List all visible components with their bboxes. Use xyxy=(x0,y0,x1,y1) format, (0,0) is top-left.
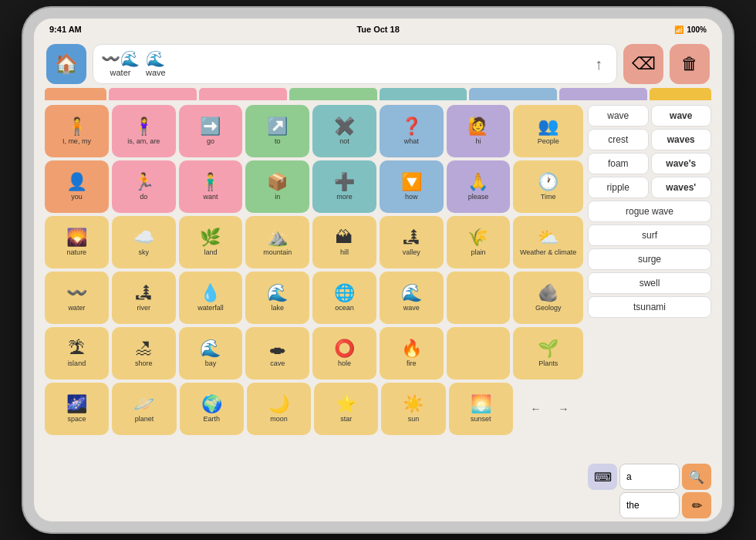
wave-label: wave xyxy=(146,68,166,77)
tab-green[interactable] xyxy=(289,88,377,100)
cell-hill[interactable]: 🏔 hill xyxy=(312,216,376,268)
sentence-word-water[interactable]: 〰️🌊 water xyxy=(101,51,140,77)
tab-yellow[interactable] xyxy=(650,88,711,100)
status-right: 📶 100% xyxy=(674,25,707,34)
nav-area: ← → xyxy=(516,383,583,435)
cell-hole[interactable]: ⭕ hole xyxy=(312,327,376,380)
cell-space[interactable]: 🌌 space xyxy=(45,383,109,435)
wave-grid-icon: 🌊 xyxy=(401,283,422,303)
cell-in[interactable]: 📦 in xyxy=(245,160,309,213)
cell-sunset[interactable]: 🌅 sunset xyxy=(449,383,513,435)
input-field-a[interactable]: a xyxy=(619,464,680,490)
cell-star[interactable]: ⭐ star xyxy=(314,383,378,435)
tab-blue[interactable] xyxy=(469,88,557,100)
cell-how[interactable]: 🔽 how xyxy=(380,160,444,213)
cell-river[interactable]: 🏞 river xyxy=(112,272,176,324)
share-button[interactable]: ↑ xyxy=(589,52,609,76)
backspace-button[interactable]: ⌫ xyxy=(623,44,663,84)
i-me-my-icon: 🧍 xyxy=(66,116,87,137)
cell-i-me-my[interactable]: 🧍 I, me, my xyxy=(45,105,109,157)
cell-geology[interactable]: 🪨 Geology xyxy=(513,272,583,324)
word-btn-waves[interactable]: waves xyxy=(651,129,712,150)
cell-water[interactable]: 〰️ water xyxy=(45,272,109,324)
home-icon: 🏠 xyxy=(55,53,78,75)
cell-go[interactable]: ➡️ go xyxy=(179,105,243,157)
cell-do[interactable]: 🏃 do xyxy=(112,160,176,213)
not-icon: ✖️ xyxy=(334,116,355,137)
cell-hi[interactable]: 🙋 hi xyxy=(447,105,511,157)
cell-not[interactable]: ✖️ not xyxy=(312,105,376,157)
word-btn-tsunami[interactable]: tsunami xyxy=(588,296,711,318)
edit-button[interactable]: ✏ xyxy=(682,492,711,518)
cave-icon: 🕳 xyxy=(269,339,286,359)
word-btn-foam[interactable]: foam xyxy=(588,153,649,174)
cell-people[interactable]: 👥 People xyxy=(513,105,583,157)
cell-nature[interactable]: 🌄 nature xyxy=(45,216,109,268)
word-btn-waves-apos[interactable]: wave's xyxy=(651,153,712,174)
cell-fire[interactable]: 🔥 fire xyxy=(380,327,444,380)
word-btn-waves-apos2[interactable]: waves' xyxy=(651,177,712,198)
cell-sun[interactable]: ☀️ sun xyxy=(381,383,445,435)
tab-pink[interactable] xyxy=(109,88,197,100)
cell-ocean[interactable]: 🌐 ocean xyxy=(312,272,376,324)
cell-moon[interactable]: 🌙 moon xyxy=(247,383,311,435)
cell-mountain[interactable]: ⛰️ mountain xyxy=(245,216,309,268)
tab-orange[interactable] xyxy=(45,88,106,100)
home-button[interactable]: 🏠 xyxy=(46,44,86,84)
tab-purple[interactable] xyxy=(559,88,647,100)
cell-island[interactable]: 🏝 island xyxy=(45,327,109,380)
word-btn-surge[interactable]: surge xyxy=(588,248,711,270)
cell-plain[interactable]: 🌾 plain xyxy=(447,216,511,268)
cell-sky[interactable]: ☁️ sky xyxy=(112,216,176,268)
lake-icon: 🌊 xyxy=(267,283,288,303)
moon-icon: 🌙 xyxy=(268,394,289,414)
cell-waterfall[interactable]: 💧 waterfall xyxy=(179,272,243,324)
word-btn-crest[interactable]: crest xyxy=(588,129,649,150)
nav-right-arrow[interactable]: → xyxy=(552,398,574,420)
cell-want[interactable]: 🧍‍♂️ want xyxy=(179,160,243,213)
tab-pink2[interactable] xyxy=(199,88,287,100)
cell-plants[interactable]: 🌱 Plants xyxy=(513,327,583,380)
grid-row-2: 👤 you 🏃 do 🧍‍♂️ want 📦 in xyxy=(45,160,583,213)
word-btn-rogue-wave[interactable]: rogue wave xyxy=(588,201,711,222)
cell-weather[interactable]: ⛅ Weather & climate xyxy=(513,216,583,268)
grid-row-6: 🌌 space 🪐 planet 🌍 Earth 🌙 moon xyxy=(45,383,583,435)
cell-lake[interactable]: 🌊 lake xyxy=(245,272,309,324)
delete-button[interactable]: 🗑 xyxy=(670,44,710,84)
word-btn-surf[interactable]: surf xyxy=(588,224,711,246)
cell-shore[interactable]: 🏖 shore xyxy=(112,327,176,380)
sentence-word-wave[interactable]: 🌊 wave xyxy=(146,51,166,77)
go-icon: ➡️ xyxy=(200,116,221,137)
sunset-icon: 🌅 xyxy=(471,394,491,414)
cell-time[interactable]: 🕐 Time xyxy=(513,160,583,213)
cell-is-am-are[interactable]: 🧍‍♀️ is, am, are xyxy=(112,105,176,157)
cell-bay[interactable]: 🌊 bay xyxy=(179,327,243,380)
search-button[interactable]: 🔍 xyxy=(682,464,711,490)
word-btn-ripple[interactable]: ripple xyxy=(588,177,649,198)
word-btn-wave2[interactable]: wave xyxy=(651,105,712,127)
cell-what[interactable]: ❓ what xyxy=(380,105,444,157)
people-icon: 👥 xyxy=(538,116,559,137)
cell-empty2 xyxy=(447,327,511,380)
cell-wave-grid[interactable]: 🌊 wave xyxy=(380,272,444,324)
nav-left-arrow[interactable]: ← xyxy=(525,398,546,420)
word-btn-swell[interactable]: swell xyxy=(588,272,711,294)
cell-cave[interactable]: 🕳 cave xyxy=(245,327,309,380)
grid-row-3: 🌄 nature ☁️ sky 🌿 land ⛰️ mountain xyxy=(45,216,583,268)
cell-land[interactable]: 🌿 land xyxy=(179,216,243,268)
cell-to[interactable]: ↗️ to xyxy=(245,105,309,157)
time-icon: 🕐 xyxy=(538,172,559,192)
tab-teal[interactable] xyxy=(380,88,467,100)
toolbar: 🏠 〰️🌊 water 🌊 wave ↑ ⌫ 🗑 xyxy=(34,40,722,88)
cell-you[interactable]: 👤 you xyxy=(45,160,109,213)
input-field-the[interactable]: the xyxy=(619,492,680,518)
cell-earth[interactable]: 🌍 Earth xyxy=(180,383,244,435)
word-btn-wave1[interactable]: wave xyxy=(588,105,649,127)
bay-icon: 🌊 xyxy=(200,339,221,359)
sky-icon: ☁️ xyxy=(133,228,154,248)
cell-valley[interactable]: 🏞 valley xyxy=(380,216,444,268)
cell-please[interactable]: 🙏 please xyxy=(447,160,511,213)
cell-more[interactable]: ➕ more xyxy=(312,160,376,213)
cell-planet[interactable]: 🪐 planet xyxy=(112,383,176,435)
keyboard-button[interactable]: ⌨ xyxy=(588,464,617,490)
